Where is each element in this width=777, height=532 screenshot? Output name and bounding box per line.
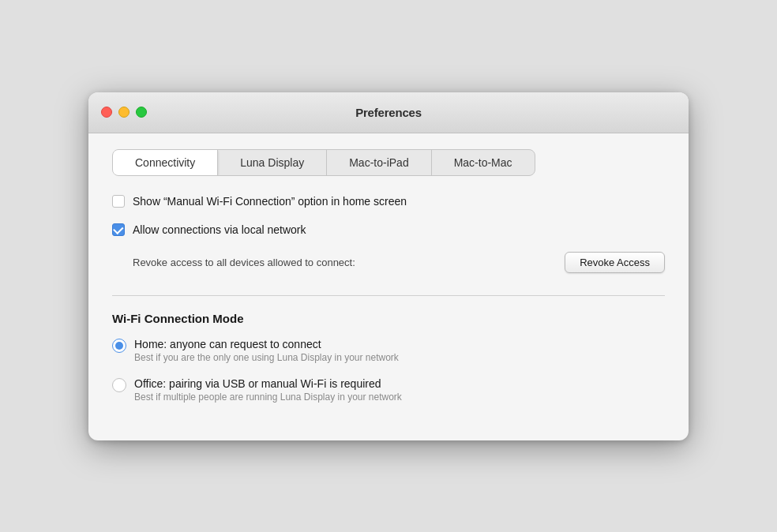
manual-wifi-option: Show “Manual Wi-Fi Connection” option in… (112, 195, 665, 208)
window-controls (101, 107, 147, 118)
local-network-label: Allow connections via local network (133, 223, 306, 236)
wifi-section-heading: Wi-Fi Connection Mode (112, 312, 665, 325)
revoke-label: Revoke access to all devices allowed to … (133, 257, 355, 268)
radio-home-main: Home: anyone can request to connect (134, 338, 399, 350)
radio-option-office: Office: pairing via USB or manual Wi-Fi … (112, 377, 665, 403)
radio-office-main: Office: pairing via USB or manual Wi-Fi … (134, 377, 402, 390)
title-bar: Preferences (88, 92, 689, 133)
tab-luna-display[interactable]: Luna Display (218, 150, 327, 175)
revoke-access-button[interactable]: Revoke Access (565, 252, 665, 273)
tab-mac-to-ipad[interactable]: Mac-to-iPad (327, 150, 431, 175)
tab-bar: Connectivity Luna Display Mac-to-iPad Ma… (112, 149, 535, 176)
local-network-option: Allow connections via local network (112, 223, 665, 236)
local-network-checkbox[interactable] (112, 223, 125, 236)
radio-option-home: Home: anyone can request to connect Best… (112, 338, 665, 363)
revoke-access-row: Revoke access to all devices allowed to … (133, 252, 665, 273)
manual-wifi-label: Show “Manual Wi-Fi Connection” option in… (133, 195, 407, 208)
preferences-window: Preferences Connectivity Luna Display Ma… (88, 92, 689, 440)
radio-home-sub: Best if you are the only one using Luna … (134, 352, 399, 363)
radio-home[interactable] (112, 339, 126, 353)
window-title: Preferences (355, 106, 422, 119)
minimize-button[interactable] (118, 107, 130, 118)
content-area: Connectivity Luna Display Mac-to-iPad Ma… (88, 133, 689, 440)
separator (112, 295, 665, 296)
maximize-button[interactable] (136, 107, 147, 118)
radio-office-text: Office: pairing via USB or manual Wi-Fi … (134, 377, 402, 403)
tab-connectivity[interactable]: Connectivity (113, 150, 218, 175)
radio-office-sub: Best if multiple people are running Luna… (134, 392, 402, 403)
radio-home-text: Home: anyone can request to connect Best… (134, 338, 399, 363)
radio-office[interactable] (112, 378, 126, 392)
tab-mac-to-mac[interactable]: Mac-to-Mac (432, 150, 535, 175)
close-button[interactable] (101, 107, 112, 118)
manual-wifi-checkbox[interactable] (112, 195, 125, 208)
